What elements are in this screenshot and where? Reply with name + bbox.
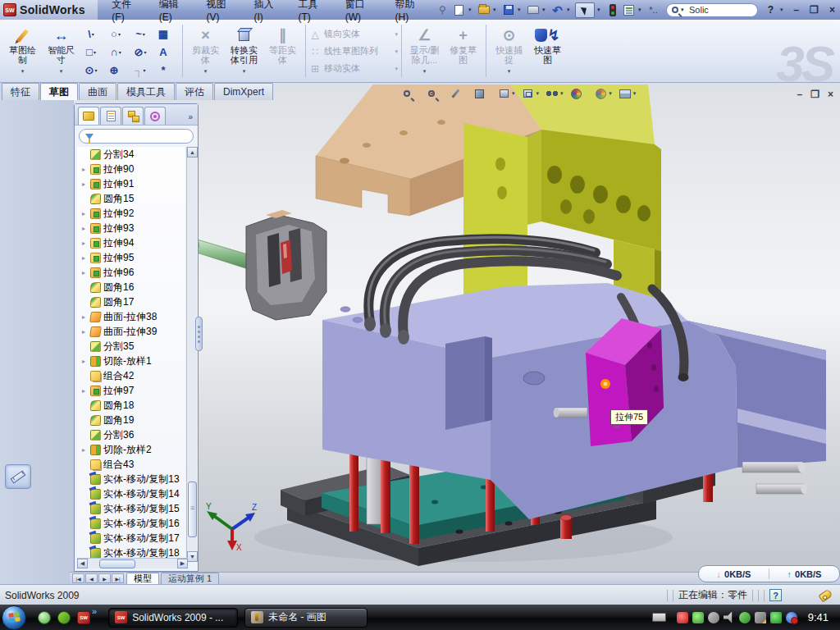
tree-item[interactable]: ▸ 拉伸94 [77, 235, 185, 250]
keyboard-layout-icon[interactable] [652, 613, 666, 622]
sketch-entity-button[interactable]: \▾ [80, 25, 105, 43]
menu-item[interactable]: 工具(T) [295, 0, 327, 25]
toolbar-button[interactable]: ∠ 显示/删 除几... ▾ [405, 23, 444, 79]
search-dropdown[interactable]: ▾ [681, 7, 687, 13]
save-icon[interactable] [501, 3, 515, 17]
menu-item[interactable]: 帮助(H) [393, 0, 426, 25]
tree-item[interactable]: ▸ 实体-移动/复制16 [77, 516, 185, 531]
tag-icon[interactable] [818, 588, 833, 602]
sketch-entity-button[interactable]: ⊕▾ [105, 61, 130, 79]
command-tab[interactable]: 特征 [2, 83, 39, 100]
tab-nav-button[interactable]: |◀ [72, 573, 84, 583]
tree-item[interactable]: ▸ 实体-移动/复制13 [77, 472, 185, 486]
select-dropdown[interactable]: ▾ [597, 7, 603, 13]
expander-icon[interactable]: ▸ [82, 240, 88, 247]
sketch-entity-button[interactable]: ▦▾ [154, 25, 179, 43]
open-icon[interactable] [477, 3, 491, 17]
app-close-button[interactable]: × [824, 4, 840, 16]
hud-button[interactable]: ▾ [619, 87, 637, 100]
tree-item[interactable]: ▸ 分割35 [77, 339, 185, 354]
expander-icon[interactable]: ▸ [82, 166, 88, 173]
expander-icon[interactable]: ▸ [82, 225, 88, 232]
tree-item[interactable]: ▸ 曲面-拉伸39 [77, 324, 185, 339]
featuremanager-tab[interactable] [78, 107, 99, 125]
help-dropdown[interactable]: ▾ [780, 7, 786, 13]
hud-button[interactable]: ▾ [473, 87, 491, 100]
menu-item[interactable]: 视图(V) [204, 0, 237, 25]
tree-item[interactable]: ▸ 实体-移动/复制17 [77, 531, 185, 546]
dimxpertmanager-tab[interactable] [144, 107, 166, 125]
toolbar-button[interactable]: × 剪裁实 体 ▾ [186, 23, 225, 79]
panel-overflow-button[interactable]: » [188, 112, 196, 125]
scroll-left-arrow[interactable]: ◀ [77, 559, 88, 568]
expander-icon[interactable]: ▸ [82, 313, 88, 321]
open-dropdown[interactable]: ▾ [493, 7, 499, 13]
toolbar-row-button[interactable]: ⊞ 移动实体 ▾ [309, 61, 398, 76]
ejector-component[interactable] [192, 210, 327, 320]
menu-item[interactable]: 窗口(W) [343, 0, 378, 25]
quick-tips-badge[interactable]: ? [769, 589, 782, 601]
expander-icon[interactable]: ▸ [82, 254, 88, 262]
print-dropdown[interactable]: ▾ [542, 7, 548, 13]
toolbar-button[interactable]: ⊙ 快速捕 捉 ▾ [490, 23, 528, 79]
configurationmanager-tab[interactable] [122, 107, 144, 125]
tree-item[interactable]: ▸ 切除-放样1 [77, 354, 185, 368]
tree-item[interactable]: ▸ 圆角18 [77, 398, 185, 413]
tree-item[interactable]: ▸ 拉伸93 [77, 221, 185, 235]
toolbar-button[interactable]: 草图绘 制 ▾ [3, 23, 42, 79]
tree-item[interactable]: ▸ 拉伸91 [77, 176, 185, 191]
toolbar-button[interactable]: ↯ 快速草 图 ▾ [528, 23, 567, 79]
new-dropdown[interactable]: ▾ [468, 7, 474, 13]
volume-tray-icon[interactable] [724, 612, 735, 623]
options-icon[interactable] [622, 3, 636, 17]
tree-item[interactable]: ▸ 拉伸95 [77, 250, 185, 265]
tree-item[interactable]: ▸ 拉伸96 [77, 265, 185, 280]
toolbar-button[interactable]: + 修复草 图 ▾ [444, 23, 482, 79]
menu-item[interactable]: 编辑(E) [157, 0, 189, 25]
quick-launch-overflow[interactable]: » [92, 605, 97, 616]
scroll-right-arrow[interactable]: ▶ [177, 559, 188, 568]
tree-item[interactable]: ▸ 拉伸97 [77, 383, 185, 398]
security-suite-icon[interactable] [57, 611, 71, 624]
model-tab[interactable]: 运动算例 1 [161, 573, 219, 584]
scroll-down-arrow[interactable]: ▼ [187, 551, 198, 562]
tree-filter[interactable] [79, 129, 194, 144]
tab-nav-button[interactable]: ▶| [112, 573, 124, 583]
tab-nav-button[interactable]: ▶ [98, 573, 111, 583]
solidworks-launcher-icon[interactable]: SW [77, 611, 90, 624]
messenger-tray-icon[interactable] [786, 612, 797, 623]
tree-item[interactable]: ▸ 拉伸92 [77, 206, 185, 221]
sync-tray-icon[interactable] [739, 612, 751, 623]
tree-item[interactable]: ▸ 圆角17 [77, 294, 185, 309]
tree-item[interactable]: ▸ 圆角19 [77, 413, 185, 427]
menu-item[interactable]: 插入(I) [252, 0, 281, 25]
expander-icon[interactable]: ▸ [82, 387, 88, 395]
taskbar-window-paint[interactable]: 未命名 - 画图 [244, 608, 368, 628]
expander-icon[interactable]: ▸ [82, 269, 88, 276]
toolbar-button[interactable]: ∥ 等距实 体 ▾ [263, 23, 302, 79]
taskbar-window-solidworks[interactable]: SW SolidWorks 2009 - ... [108, 608, 238, 628]
sketch-entity-button[interactable]: ⊘▾ [130, 43, 154, 61]
command-tab[interactable]: 模具工具 [117, 83, 175, 100]
sketch-entity-button[interactable]: □▾ [80, 43, 105, 61]
app-minimize-button[interactable]: – [788, 4, 804, 16]
measure-button[interactable] [5, 458, 31, 489]
toolbar-overflow-icon[interactable]: *.. [646, 3, 660, 17]
hud-button[interactable]: ▾ [425, 87, 443, 100]
expander-icon[interactable]: ▸ [82, 328, 88, 336]
search-box[interactable]: ▾ [666, 3, 758, 17]
tree-item[interactable]: ▸ 圆角16 [77, 280, 185, 294]
app-restore-button[interactable]: ❐ [806, 4, 822, 16]
undo-dropdown[interactable]: ▾ [567, 7, 573, 13]
expander-icon[interactable]: ▸ [82, 180, 88, 188]
sketch-entity-button[interactable]: ∩▾ [105, 43, 130, 61]
help-icon[interactable]: ? [764, 3, 778, 17]
tab-nav-button[interactable]: ◀ [85, 573, 98, 583]
print-icon[interactable] [526, 3, 540, 17]
options-dropdown[interactable]: ▾ [638, 7, 644, 13]
scroll-thumb[interactable] [188, 482, 197, 537]
antivirus-tray-icon[interactable] [677, 612, 688, 623]
expander-icon[interactable]: ▸ [82, 446, 88, 454]
sketch-entity-button[interactable]: ~▾ [130, 25, 154, 43]
command-tab[interactable]: 草图 [40, 83, 78, 100]
